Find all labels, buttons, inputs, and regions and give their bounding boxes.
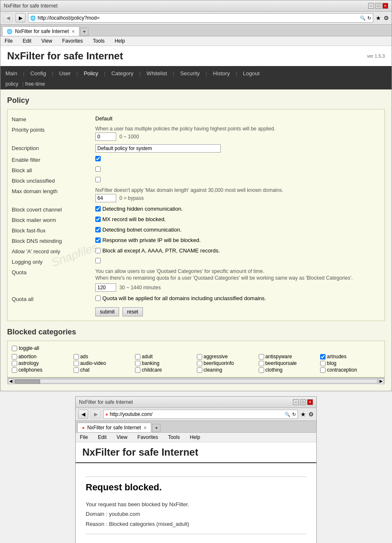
category-checkbox[interactable] bbox=[74, 361, 79, 366]
menu-view[interactable]: View bbox=[40, 37, 54, 45]
nav-security[interactable]: Security bbox=[175, 67, 205, 80]
menu-view-2[interactable]: View bbox=[115, 433, 129, 441]
tab-close-button-2[interactable]: ✕ bbox=[143, 426, 147, 430]
sub-nav-freetime[interactable]: free-time bbox=[25, 81, 45, 87]
scroll-thumb[interactable] bbox=[15, 380, 40, 384]
refresh-icon[interactable]: ↻ bbox=[367, 15, 371, 21]
category-checkbox[interactable] bbox=[197, 361, 202, 366]
quota-input[interactable] bbox=[95, 283, 116, 292]
category-checkbox[interactable] bbox=[259, 354, 264, 359]
category-checkbox[interactable] bbox=[74, 367, 79, 373]
block-fastflux-checkbox[interactable] bbox=[95, 227, 101, 232]
category-checkbox[interactable] bbox=[12, 361, 17, 366]
menu-favorites-2[interactable]: Favorites bbox=[136, 433, 160, 441]
page-icon: 🌐 bbox=[30, 15, 36, 21]
minimize-button-2[interactable]: – bbox=[293, 399, 299, 405]
sub-nav-policy[interactable]: policy bbox=[5, 81, 18, 87]
reset-button[interactable]: reset bbox=[122, 307, 143, 316]
close-button[interactable]: ✕ bbox=[382, 3, 388, 9]
enable-filter-checkbox[interactable] bbox=[95, 156, 101, 161]
category-checkbox[interactable] bbox=[74, 354, 79, 359]
category-label: astrology bbox=[18, 360, 39, 366]
category-checkbox[interactable] bbox=[320, 361, 326, 366]
block-all-checkbox[interactable] bbox=[95, 166, 101, 172]
menu-tools-2[interactable]: Tools bbox=[166, 433, 181, 441]
window-controls-2: – □ ✕ bbox=[293, 399, 313, 405]
favorites-icon-2[interactable]: ★ bbox=[300, 411, 306, 418]
new-tab-button[interactable]: + bbox=[80, 28, 89, 36]
nav-config[interactable]: Config bbox=[25, 67, 51, 80]
quota-all-checkbox[interactable] bbox=[95, 296, 101, 301]
menu-edit[interactable]: Edit bbox=[21, 37, 33, 45]
minimize-button[interactable]: – bbox=[368, 3, 374, 9]
menu-bar-2: File Edit View Favorites Tools Help bbox=[76, 433, 316, 442]
app-title-2: NxFilter for safe Internet bbox=[82, 446, 310, 458]
block-dns-label: Block DNS rebinding bbox=[12, 237, 95, 244]
maximize-button[interactable]: □ bbox=[375, 3, 381, 9]
nav-main[interactable]: Main bbox=[0, 67, 22, 80]
favorites-icon[interactable]: ★ bbox=[376, 15, 381, 21]
category-checkbox[interactable] bbox=[320, 354, 326, 359]
new-tab-button-2[interactable]: + bbox=[152, 424, 160, 432]
category-label: childcare bbox=[142, 367, 162, 373]
menu-edit-2[interactable]: Edit bbox=[96, 433, 108, 441]
priority-input[interactable] bbox=[95, 133, 116, 141]
settings-icon[interactable]: ⚙ bbox=[384, 15, 389, 21]
description-input[interactable] bbox=[95, 144, 221, 153]
category-checkbox[interactable] bbox=[197, 367, 202, 373]
category-checkbox[interactable] bbox=[259, 367, 264, 373]
address-input-2[interactable] bbox=[110, 411, 283, 417]
menu-file-2[interactable]: File bbox=[78, 433, 89, 441]
toggle-all-checkbox[interactable] bbox=[12, 346, 17, 351]
address-box: 🌐 🔍 ↻ bbox=[28, 13, 373, 23]
category-checkbox[interactable] bbox=[135, 354, 140, 359]
block-covert-checkbox[interactable] bbox=[95, 206, 101, 212]
category-checkbox[interactable] bbox=[320, 367, 326, 373]
nav-sep-3: | bbox=[76, 67, 79, 80]
block-dns-checkbox[interactable] bbox=[95, 237, 101, 243]
nav-sep-8: | bbox=[235, 67, 238, 80]
horizontal-scrollbar[interactable]: ◀ ▶ bbox=[7, 377, 385, 384]
nav-whitelist[interactable]: Whitelist bbox=[142, 67, 172, 80]
scroll-right-arrow[interactable]: ▶ bbox=[378, 378, 384, 384]
refresh-icon-2[interactable]: ↻ bbox=[292, 412, 296, 417]
category-checkbox[interactable] bbox=[197, 354, 202, 359]
menu-tools[interactable]: Tools bbox=[91, 37, 106, 45]
max-domain-input[interactable] bbox=[95, 194, 116, 202]
active-tab[interactable]: 🌐 NxFilter for safe Internet ✕ bbox=[2, 26, 79, 36]
menu-help[interactable]: Help bbox=[113, 37, 127, 45]
scroll-track[interactable] bbox=[15, 379, 377, 383]
forward-button[interactable]: ▶ bbox=[15, 13, 25, 23]
nav-logout[interactable]: Logout bbox=[238, 67, 265, 80]
tab-close-button[interactable]: ✕ bbox=[71, 29, 75, 34]
allow-a-checkbox[interactable] bbox=[95, 248, 101, 253]
logging-checkbox[interactable] bbox=[95, 258, 101, 263]
maximize-button-2[interactable]: □ bbox=[300, 399, 306, 405]
category-checkbox[interactable] bbox=[135, 361, 140, 366]
category-checkbox[interactable] bbox=[259, 361, 264, 366]
scroll-left-arrow[interactable]: ◀ bbox=[8, 378, 14, 384]
back-button-2[interactable]: ◀ bbox=[78, 410, 88, 419]
block-mailer-checkbox[interactable] bbox=[95, 217, 101, 222]
category-checkbox[interactable] bbox=[135, 367, 140, 373]
address-input[interactable] bbox=[38, 15, 358, 21]
category-checkbox[interactable] bbox=[12, 354, 17, 359]
forward-button-2[interactable]: ▶ bbox=[91, 410, 101, 419]
block-dns-note: Response with private IP will be blocked… bbox=[102, 237, 201, 243]
close-button-2[interactable]: ✕ bbox=[307, 399, 313, 405]
nav-category[interactable]: Category bbox=[106, 67, 138, 80]
menu-bar: File Edit View Favorites Tools Help bbox=[0, 36, 392, 46]
back-button[interactable]: ◀ bbox=[3, 13, 13, 23]
submit-button[interactable]: submit bbox=[95, 307, 119, 316]
menu-help-2[interactable]: Help bbox=[188, 433, 202, 441]
category-checkbox[interactable] bbox=[12, 367, 17, 373]
settings-icon-2[interactable]: ⚙ bbox=[308, 411, 314, 418]
menu-favorites[interactable]: Favorites bbox=[61, 37, 84, 45]
title-bar-2-title: NxFilter for safe Internet bbox=[79, 399, 133, 405]
nav-history[interactable]: History bbox=[208, 67, 234, 80]
active-tab-2[interactable]: ● NxFilter for safe Internet ✕ bbox=[77, 423, 151, 432]
nav-policy[interactable]: Policy bbox=[79, 67, 103, 80]
block-unclassified-checkbox[interactable] bbox=[95, 177, 101, 182]
nav-user[interactable]: User bbox=[54, 67, 76, 80]
menu-file[interactable]: File bbox=[3, 37, 14, 45]
